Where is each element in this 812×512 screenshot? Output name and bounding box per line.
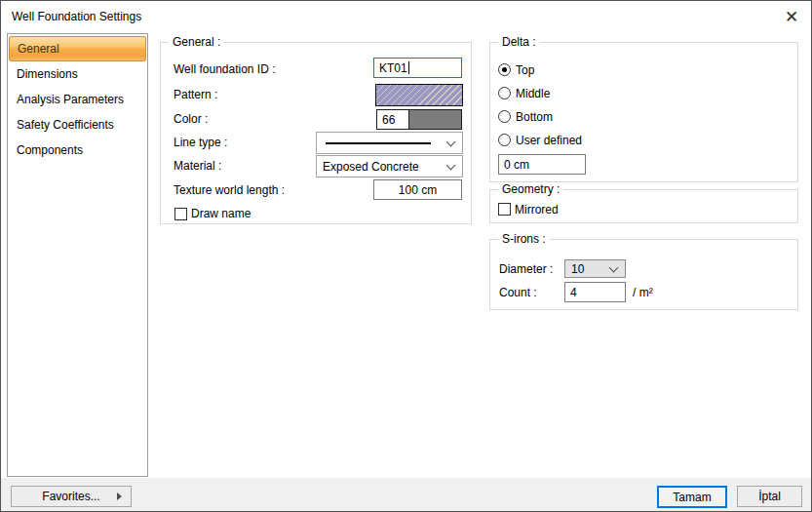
diameter-dropdown[interactable]: 10 [564,259,626,278]
line-type-label: Line type : [174,135,227,150]
color-label: Color : [174,111,208,127]
count-label: Count : [499,285,537,300]
delta-group: Delta : Top Middle Bottom User defined 0… [489,42,798,182]
count-value: 4 [570,286,577,299]
sidebar-item-general[interactable]: General [9,36,146,61]
general-group-legend: General : [169,35,224,49]
delta-top-radio[interactable] [498,63,511,76]
chevron-down-icon [446,160,456,170]
s-irons-group-legend: S-irons : [498,232,550,246]
draw-name-label: Draw name [191,206,251,221]
delta-middle-label: Middle [516,86,550,101]
diameter-value: 10 [571,262,584,276]
s-irons-group: S-irons : Diameter : 10 Count : 4 / m² [489,239,798,310]
favorites-button[interactable]: Favorites... [11,486,132,507]
chevron-down-icon [446,137,456,146]
sidebar-item-label: Analysis Parameters [17,93,124,106]
delta-bottom-label: Bottom [516,109,553,125]
geometry-group-legend: Geometry : [498,182,563,196]
material-label: Material : [174,158,221,174]
geometry-group: Geometry : Mirrored [489,189,798,223]
chevron-down-icon [609,262,619,272]
close-icon[interactable]: ✕ [776,3,807,30]
count-unit-label: / m² [633,285,653,300]
pattern-label: Pattern : [174,87,217,102]
footer-bar: Favorites... Tamam İptal [1,478,811,511]
sidebar-item-safety-coefficients[interactable]: Safety Coefficients [9,112,146,138]
delta-user-defined-radio[interactable] [498,134,511,146]
sidebar-item-label: Dimensions [17,67,78,81]
sidebar-item-label: General [18,42,59,56]
favorites-button-label: Favorites... [42,490,99,503]
line-type-dropdown[interactable] [316,132,463,154]
sidebar-item-label: Components [17,143,83,157]
delta-group-legend: Delta : [498,35,540,49]
expand-right-icon [117,492,122,500]
ok-button-label: Tamam [673,491,711,504]
dialog-title: Well Foundation Settings [12,10,141,23]
category-sidebar: General Dimensions Analysis Parameters S… [7,33,148,477]
texture-world-length-input[interactable]: 100 cm [373,179,462,200]
color-swatch[interactable] [409,110,461,129]
well-foundation-id-label: Well foundation ID : [174,61,276,77]
texture-world-length-label: Texture world length : [174,182,285,198]
ok-button[interactable]: Tamam [657,486,727,508]
delta-value-input[interactable]: 0 cm [498,154,586,175]
pattern-swatch[interactable] [375,84,463,106]
delta-middle-radio[interactable] [498,87,511,99]
color-picker[interactable]: 66 [376,109,462,130]
sidebar-item-analysis-parameters[interactable]: Analysis Parameters [9,87,146,112]
general-group: General : Well foundation ID : KT01 Patt… [160,42,472,224]
sidebar-item-dimensions[interactable]: Dimensions [9,61,146,87]
texture-world-length-value: 100 cm [399,183,437,197]
sidebar-item-label: Safety Coefficients [17,118,114,132]
solid-line-sample [326,142,431,144]
delta-value: 0 cm [504,158,529,172]
delta-bottom-radio[interactable] [498,110,511,123]
draw-name-checkbox[interactable] [174,208,187,220]
well-foundation-settings-dialog: Well Foundation Settings ✕ General Dimen… [0,0,812,512]
mirrored-label: Mirrored [515,202,559,217]
material-dropdown[interactable]: Exposed Concrete [316,155,463,177]
cancel-button[interactable]: İptal [737,486,802,507]
color-number-value[interactable]: 66 [377,110,409,129]
well-foundation-id-value: KT01 [379,61,407,75]
well-foundation-id-input[interactable]: KT01 [373,58,462,78]
diameter-label: Diameter : [499,261,553,277]
count-input[interactable]: 4 [564,282,626,302]
delta-user-defined-label: User defined [516,133,582,148]
sidebar-item-components[interactable]: Components [9,138,146,163]
mirrored-checkbox[interactable] [498,203,511,216]
cancel-button-label: İptal [758,490,781,503]
material-value: Exposed Concrete [323,160,419,174]
title-bar: Well Foundation Settings ✕ [1,1,811,32]
delta-top-label: Top [516,62,534,78]
text-caret [408,61,409,74]
